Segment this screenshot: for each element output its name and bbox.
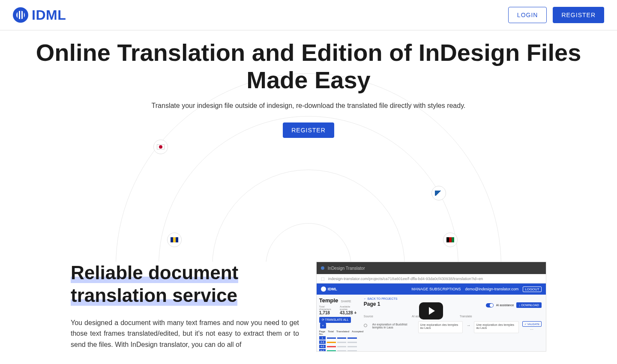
flag-icon-barbados <box>167 233 182 247</box>
url-shield-icon: ⬚ <box>321 277 325 281</box>
stat-quota-value: 43,128 + <box>340 310 357 315</box>
tab-favicon-icon <box>321 266 324 270</box>
logout-button: LOGOUT <box>523 286 542 292</box>
flag-icon-generic-1 <box>431 186 446 200</box>
table-row: 2-3 <box>319 340 357 344</box>
download-button: ↓ DOWNLOAD <box>516 302 542 308</box>
play-button-icon[interactable] <box>419 302 443 319</box>
ai-toggle <box>486 303 494 307</box>
demo-video[interactable]: InDesign Translator ⬚ indesign-translato… <box>316 262 546 352</box>
app-nav: IDML MANAGE SUBSCRIPTIONS demo@indesign-… <box>317 283 546 295</box>
logo[interactable]: IDML <box>13 7 66 23</box>
stat-total-chars-label: Total characters <box>319 305 335 310</box>
table-row: 1 <box>319 336 357 340</box>
col-source: Source <box>364 315 373 318</box>
url-text: indesign-translator.com/projects/ca718a6… <box>328 277 483 281</box>
project-title: Temple <box>319 297 338 304</box>
th-page: Page No. <box>319 330 325 335</box>
service-section: Reliable document translation service Yo… <box>62 262 555 352</box>
ai-toggle-label: AI assistance <box>496 304 514 307</box>
service-heading: Reliable document translation service <box>71 262 299 307</box>
th-total: Total <box>328 330 334 335</box>
add-button: + <box>320 323 326 328</box>
project-sidebar: Temple SHARE Total characters 1,718 Avai… <box>317 295 359 352</box>
app-logo-icon <box>321 286 326 292</box>
row-status-icon <box>364 324 367 327</box>
stat-quota-label: Available quotas <box>340 305 357 310</box>
app-logo-text: IDML <box>328 287 337 291</box>
nav-buttons: LOGIN REGISTER <box>508 7 604 23</box>
table-row: 6-7 <box>319 349 357 352</box>
col-translate: Translate <box>460 315 472 318</box>
validate-button: ✓ VALIDATE <box>522 321 542 327</box>
translate-all-button: ⟳ TRANSLATE ALL <box>319 317 351 323</box>
manage-subscriptions-link: MANAGE SUBSCRIPTIONS <box>411 287 461 291</box>
hero-title: Online Translation and Edition of InDesi… <box>9 39 608 94</box>
th-translated: Translated <box>336 330 349 335</box>
logo-text: IDML <box>32 7 66 23</box>
editor-panel: ← BACK TO PROJECTS Page 1 AI assistance … <box>359 295 546 352</box>
translate-cell: Une exploration des temples au Laos <box>474 321 519 333</box>
source-cell: An exploration of Buddhist temples in La… <box>371 321 415 333</box>
app-logo: IDML <box>321 286 337 292</box>
register-button[interactable]: REGISTER <box>553 7 604 23</box>
tab-title: InDesign Translator <box>328 266 365 271</box>
hero-section: Online Translation and Edition of InDesi… <box>0 30 617 262</box>
pages-table: Page No. Total Translated Accepted 1 2-3… <box>319 330 357 352</box>
hero-register-button[interactable]: REGISTER <box>283 122 334 138</box>
arrow-icon: → <box>466 323 470 328</box>
browser-url-bar: ⬚ indesign-translator.com/projects/ca718… <box>317 274 546 283</box>
back-link: ← BACK TO PROJECTS <box>364 297 542 300</box>
flag-icon-japan <box>153 140 168 154</box>
browser-tab: InDesign Translator <box>317 262 546 274</box>
login-button[interactable]: LOGIN <box>508 7 547 23</box>
logo-icon <box>13 7 28 23</box>
stat-total-chars-value: 1,718 <box>319 310 335 315</box>
site-header: IDML LOGIN REGISTER <box>0 0 617 30</box>
hero-subtitle: Translate your indesign file outside of … <box>9 102 608 110</box>
service-text: Reliable document translation service Yo… <box>71 262 299 350</box>
share-label: SHARE <box>341 300 351 303</box>
more-icon: ⋯ <box>530 328 534 331</box>
flag-icon-afghanistan <box>443 233 458 247</box>
ai-cell: Une exploration des temples au Laos <box>418 321 463 333</box>
user-email: demo@indesign-translator.com <box>465 287 519 291</box>
table-row: 4-5 <box>319 345 357 348</box>
service-body: You designed a document with many text f… <box>71 317 299 350</box>
